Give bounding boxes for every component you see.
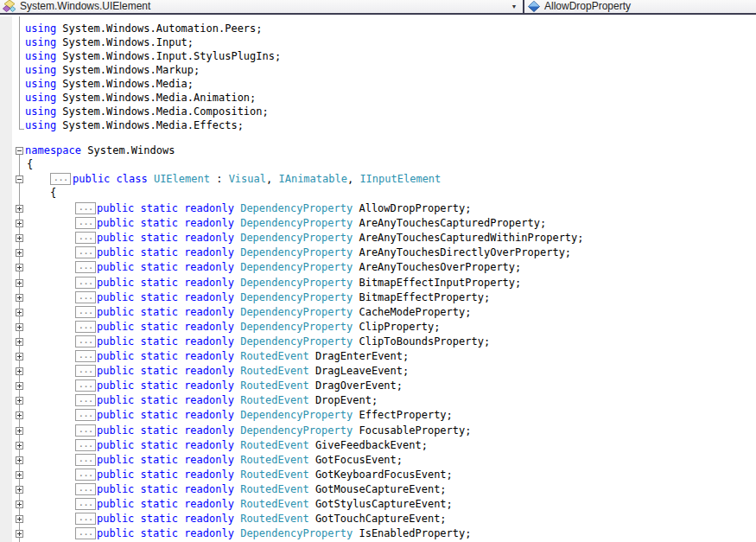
collapsed-region-indicator[interactable]: ... (75, 379, 96, 392)
collapsed-region-indicator[interactable]: ... (75, 335, 96, 348)
expand-member-doc-toggle[interactable] (16, 234, 23, 242)
metadata-from-source-window: System.Windows.UIElement ▼ AllowDropProp… (0, 0, 756, 542)
expand-member-doc-toggle[interactable] (16, 442, 23, 450)
namespace-open-brace-line: { (27, 158, 756, 171)
member-type: RoutedEvent (240, 379, 308, 392)
member-type: RoutedEvent (240, 394, 308, 406)
keyword-using: using (25, 36, 56, 48)
fold-line (19, 384, 20, 388)
collapsed-region-indicator[interactable]: ... (50, 173, 71, 185)
collapsed-region-indicator[interactable]: ... (75, 424, 96, 437)
collapsed-region-indicator[interactable]: ... (75, 306, 96, 318)
member-declaration-line: public static readonly RoutedEvent GiveF… (97, 439, 756, 452)
collapse-namespace-toggle[interactable] (16, 147, 23, 155)
expand-member-doc-toggle[interactable] (16, 382, 23, 390)
members-dropdown[interactable]: AllowDropProperty (524, 0, 756, 13)
collapsed-region-indicator[interactable]: ... (75, 394, 96, 406)
expand-member-doc-toggle[interactable] (16, 309, 23, 316)
collapsed-region-indicator[interactable]: ... (75, 217, 96, 229)
member-keywords: public static readonly (97, 291, 240, 303)
expand-member-doc-toggle[interactable] (16, 501, 23, 508)
member-name: DragEnterEvent; (309, 350, 410, 362)
chevron-down-icon[interactable]: ▼ (509, 0, 519, 13)
keyword-using: using (25, 78, 56, 90)
expand-member-doc-toggle[interactable] (16, 220, 23, 227)
member-declaration-line: public static readonly RoutedEvent GotMo… (97, 483, 756, 496)
using-directive-line: using System.Windows.Media; (25, 78, 756, 91)
expand-member-doc-toggle[interactable] (16, 397, 23, 405)
collapsed-region-indicator[interactable]: ... (75, 365, 96, 377)
member-name: GotFocusEvent; (309, 454, 403, 466)
member-name: ClipProperty; (353, 321, 440, 333)
expand-member-doc-toggle[interactable] (16, 294, 23, 302)
keyword-using: using (25, 92, 56, 104)
collapsed-region-indicator[interactable]: ... (75, 483, 96, 495)
collapsed-region-indicator[interactable]: ... (75, 498, 96, 510)
code-editor[interactable]: using System.Windows.Automation.Peers;us… (0, 16, 756, 542)
keyword-using: using (25, 50, 56, 62)
member-declaration-line: public static readonly DependencyPropert… (97, 335, 756, 348)
member-keywords: public static readonly (97, 246, 240, 258)
types-dropdown[interactable]: System.Windows.UIElement ▼ (0, 0, 523, 13)
collapsed-region-indicator[interactable]: ... (75, 291, 96, 303)
expand-member-doc-toggle[interactable] (16, 338, 23, 346)
fold-line (19, 429, 20, 433)
collapsed-region-indicator[interactable]: ... (75, 439, 96, 451)
collapsed-region-indicator[interactable]: ... (75, 232, 96, 244)
member-keywords: public static readonly (97, 498, 240, 510)
member-name: DragOverEvent; (309, 379, 403, 392)
using-namespace-name: System.Windows.Media.Composition; (56, 105, 269, 118)
types-dropdown-value: System.Windows.UIElement (20, 0, 150, 12)
expand-member-doc-toggle[interactable] (16, 323, 23, 331)
collapsed-region-indicator[interactable]: ... (75, 321, 96, 333)
expand-member-doc-toggle[interactable] (16, 515, 23, 523)
collapsed-region-indicator[interactable]: ... (75, 469, 96, 481)
collapsed-region-indicator[interactable]: ... (75, 454, 96, 466)
expand-member-doc-toggle[interactable] (16, 471, 23, 479)
collapsed-region-indicator[interactable]: ... (75, 246, 96, 258)
collapse-class-toggle[interactable] (16, 175, 23, 183)
fold-line (19, 340, 20, 344)
expand-member-doc-toggle[interactable] (16, 249, 23, 257)
member-keywords: public static readonly (97, 483, 240, 495)
member-type: DependencyProperty (240, 232, 353, 244)
collapsed-region-indicator[interactable]: ... (75, 409, 96, 421)
member-name: AreAnyTouchesDirectlyOverProperty; (353, 246, 571, 258)
member-name: AreAnyTouchesCapturedProperty; (353, 217, 546, 229)
member-type: RoutedEvent (240, 513, 308, 525)
member-keywords: public static readonly (97, 261, 240, 273)
expand-member-doc-toggle[interactable] (16, 279, 23, 287)
class-icon (3, 0, 16, 13)
collapsed-region-indicator[interactable]: ... (75, 527, 96, 539)
expand-member-doc-toggle[interactable] (16, 456, 23, 464)
class-open-brace-line: { (50, 187, 756, 200)
expand-member-doc-toggle[interactable] (16, 264, 23, 271)
expand-member-doc-toggle[interactable] (16, 427, 23, 435)
fold-line (19, 369, 20, 373)
collapsed-region-indicator[interactable]: ... (75, 513, 96, 525)
indicator-margin[interactable] (0, 16, 12, 542)
fold-line (19, 532, 20, 536)
member-declaration-line: public static readonly DependencyPropert… (97, 527, 756, 540)
member-name: AreAnyTouchesOverProperty; (353, 261, 521, 273)
expand-member-doc-toggle[interactable] (16, 530, 23, 538)
collapsed-region-indicator[interactable]: ... (75, 350, 96, 362)
member-type: DependencyProperty (240, 424, 353, 437)
member-name: EffectProperty; (353, 409, 453, 421)
navigation-bar: System.Windows.UIElement ▼ AllowDropProp… (0, 0, 756, 15)
expand-member-doc-toggle[interactable] (16, 353, 23, 360)
expand-member-doc-toggle[interactable] (16, 411, 23, 419)
fold-line (19, 488, 20, 492)
expand-member-doc-toggle[interactable] (16, 367, 23, 375)
collapsed-region-indicator[interactable]: ... (75, 202, 96, 214)
using-directive-line: using System.Windows.Media.Animation; (25, 92, 756, 105)
collapsed-region-indicator[interactable]: ... (75, 277, 96, 289)
keyword-using: using (25, 64, 56, 76)
fold-line (19, 502, 20, 507)
expand-member-doc-toggle[interactable] (16, 205, 23, 213)
expand-member-doc-toggle[interactable] (16, 486, 23, 494)
collapsed-region-indicator[interactable]: ... (75, 261, 96, 273)
member-name: BitmapEffectProperty; (353, 291, 490, 303)
namespace-name: System.Windows (81, 144, 175, 156)
member-name: CacheModeProperty; (353, 306, 471, 318)
